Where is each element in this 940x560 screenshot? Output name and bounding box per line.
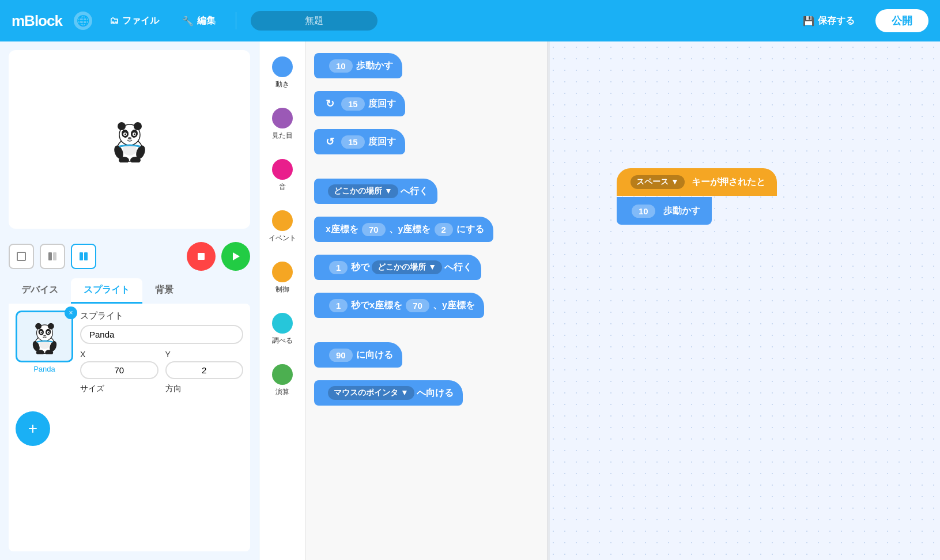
setxy-y-value[interactable]: 2 [435,223,453,236]
save-button[interactable]: 💾 保存する [794,10,864,32]
block-glide[interactable]: 1 秒で どこかの場所 ▼ へ行く [314,255,481,280]
pointmouse-dropdown[interactable]: マウスのポインタ ▼ [328,386,414,400]
publish-button[interactable]: 公開 [875,9,928,32]
turn-cw-value[interactable]: 15 [341,97,365,111]
sprite-close-button[interactable]: × [65,307,77,319]
add-sprite-button[interactable]: + [16,411,50,446]
file-icon: 🗂 [110,16,119,26]
language-button[interactable]: 🌐 [74,12,92,30]
sensing-dot [272,313,293,334]
sprite-thumbnail[interactable]: × [16,311,73,362]
events-dot [272,210,293,231]
block-row-setxy: x座標を 70 、y座標を 2 にする [314,217,538,248]
wrench-icon: 🔧 [182,16,194,27]
layout1-button[interactable] [40,244,65,269]
block-point[interactable]: 90 に向ける [314,342,402,368]
turn-ccw-value[interactable]: 15 [341,135,365,149]
event-dropdown[interactable]: スペース ▼ [631,175,685,189]
glide-dropdown[interactable]: どこかの場所 ▼ [372,260,442,274]
glide-sec-label: 秒で [351,262,369,274]
sensing-label: 調べる [272,336,293,346]
turn-ccw-text: 度回す [368,136,396,148]
block-categories: 動き 見た目 音 イベント 制御 調べる 演算 [259,41,305,560]
svg-marker-22 [233,252,240,260]
motion-dot [272,56,293,77]
move-value[interactable]: 10 [329,59,353,73]
category-events[interactable]: イベント [265,207,300,247]
main-layout: デバイス スプライト 背景 × [0,41,940,560]
event-text: キーが押されたと [692,176,765,188]
move-text: 歩動かす [356,60,393,72]
setxy-x-value[interactable]: 70 [362,223,386,236]
svg-rect-21 [198,253,205,260]
tab-sprite[interactable]: スプライト [71,278,142,304]
x-input[interactable] [80,361,158,379]
glidexy-sec[interactable]: 1 [329,299,348,312]
event-hat-block[interactable]: スペース ▼ キーが押されたと [617,168,777,196]
category-sensing[interactable]: 調べる [269,309,296,349]
stage [9,50,250,229]
svg-point-3 [134,122,142,130]
go-button[interactable] [221,242,250,271]
turn-cw-icon: ↻ [326,97,334,110]
block-row-move: 10 歩動かす [314,53,538,84]
x-col: X [80,350,158,379]
block-turn-ccw[interactable]: ↺ 15 度回す [314,129,405,154]
setxy-x-label: x座標を [326,224,358,236]
glidexy-mid: 秒でx座標を [351,300,402,312]
svg-point-2 [118,122,126,130]
block-row-turn-ccw: ↺ 15 度回す [314,129,538,160]
file-menu[interactable]: 🗂 ファイル [104,12,165,31]
layout2-button[interactable] [71,244,96,269]
stop-button[interactable] [187,242,216,271]
goto-dropdown[interactable]: どこかの場所 ▼ [328,184,398,198]
tab-device[interactable]: デバイス [9,278,71,304]
category-motion[interactable]: 動き [269,53,296,93]
fullscreen-button[interactable] [9,244,34,269]
point-value[interactable]: 90 [329,349,353,362]
action-block[interactable]: 10 歩動かす [617,197,712,225]
action-value[interactable]: 10 [632,205,655,218]
x-label: X [80,350,158,359]
project-title-input[interactable] [251,11,377,31]
blocks-panel: 10 歩動かす ↻ 15 度回す ↺ 15 度回す どこかの場所 ▼ [305,41,548,560]
block-pointmouse[interactable]: マウスのポインタ ▼ へ向ける [314,380,463,406]
y-input[interactable] [165,361,244,379]
block-row-glidexy: 1 秒でx座標を 70 、y座標を [314,293,538,324]
sprite-label: スプライト [80,311,243,321]
app-logo: mBlock [12,12,62,30]
block-move[interactable]: 10 歩動かす [314,53,402,78]
block-row-goto: どこかの場所 ▼ へ行く [314,179,538,210]
tab-background[interactable]: 背景 [142,278,186,304]
category-sound[interactable]: 音 [269,156,296,195]
sprite-name-input[interactable] [80,325,243,344]
operators-label: 演算 [275,387,289,397]
size-dir-row: サイズ 方向 [80,384,243,396]
category-operators[interactable]: 演算 [269,361,296,400]
glidexy-x[interactable]: 70 [406,299,429,312]
sound-dot [272,159,293,180]
svg-rect-19 [80,252,83,260]
block-glidexy[interactable]: 1 秒でx座標を 70 、y座標を [314,293,484,318]
motion-label: 動き [275,80,289,89]
svg-point-10 [128,137,131,139]
block-row-point: 90 に向ける [314,342,538,373]
glide-sec-value[interactable]: 1 [329,261,348,274]
y-col: Y [165,350,244,379]
direction-label: 方向 [165,384,244,394]
sprite-mini-panda [29,319,61,354]
sprites-area: × [9,304,250,551]
category-control[interactable]: 制御 [269,258,296,298]
glide-end: へ行く [444,262,472,274]
category-looks[interactable]: 見た目 [269,104,296,144]
block-turn-cw[interactable]: ↻ 15 度回す [314,91,405,116]
event-block-container: スペース ▼ キーが押されたと 10 歩動かす [617,168,777,225]
svg-rect-20 [84,252,88,260]
svg-point-31 [40,332,41,333]
code-area[interactable]: スペース ▼ キーが押されたと 10 歩動かす [548,41,940,560]
edit-menu[interactable]: 🔧 編集 [176,12,221,31]
block-goto[interactable]: どこかの場所 ▼ へ行く [314,179,437,204]
svg-rect-16 [17,252,25,260]
block-setxy[interactable]: x座標を 70 、y座標を 2 にする [314,217,493,242]
code-block-group: スペース ▼ キーが押されたと 10 歩動かす [617,168,777,225]
